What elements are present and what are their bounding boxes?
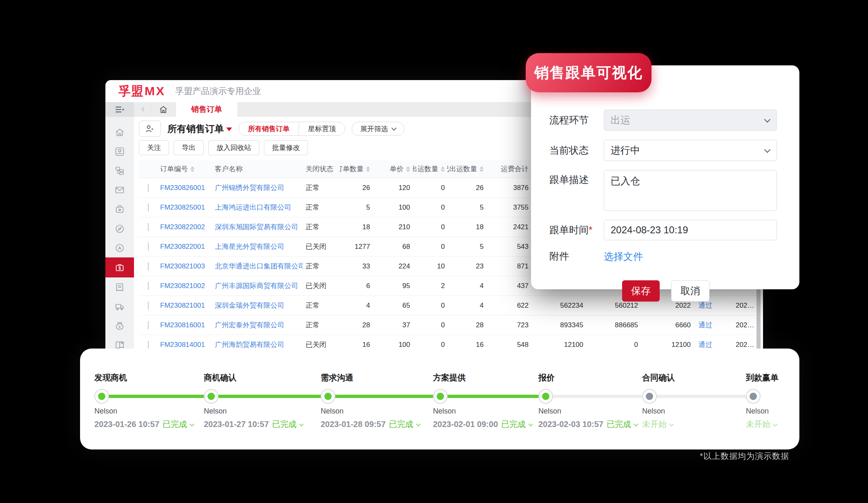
follow-button[interactable]: 关注 — [139, 140, 169, 155]
table-cell: 68 — [373, 243, 413, 251]
segment-all-orders[interactable]: 所有销售订单 — [239, 122, 299, 135]
row-checkbox[interactable] — [148, 321, 149, 329]
column-header: 运费合计 — [489, 164, 529, 174]
process-step-select[interactable]: 出运 — [604, 110, 777, 131]
segment-starred[interactable]: 星标置顶 — [299, 122, 345, 135]
stage-time: 2023-01-27 10:57 — [204, 420, 269, 429]
column-header[interactable]: 单价 — [375, 164, 410, 174]
expand-filter-button[interactable]: 展开筛选 — [352, 122, 404, 136]
description-textarea[interactable]: 已入仓 — [604, 170, 777, 211]
order-number-link[interactable]: FM230814001 — [158, 341, 212, 349]
table-cell: 3876 — [486, 184, 531, 192]
sidebar-item-assistant[interactable]: A — [105, 238, 134, 257]
table-cell: 622 — [486, 302, 531, 310]
sidebar-item-home[interactable] — [105, 123, 134, 142]
sidebar-item-products[interactable] — [105, 200, 134, 219]
sort-icon[interactable] — [366, 166, 370, 172]
table-cell: 12100 — [640, 341, 693, 349]
stage-owner: Nelson — [642, 407, 665, 416]
description-label: 跟单描述 — [549, 170, 604, 186]
stage-label: 合同确认 — [642, 372, 675, 383]
sidebar-item-shipping[interactable] — [105, 297, 134, 316]
home-button[interactable] — [151, 105, 176, 114]
approval-status-link[interactable]: 通过 — [693, 340, 718, 349]
cancel-button[interactable]: 取消 — [671, 280, 710, 302]
save-button[interactable]: 保存 — [622, 280, 660, 302]
stage-owner: Nelson — [321, 407, 344, 416]
table-row: FM230816001广州宏泰外贸有限公司正常28370287238933458… — [139, 315, 760, 335]
column-header[interactable]: 订单编号 — [160, 164, 210, 174]
customer-name: 上海鸿运进出口有限公司 — [212, 203, 303, 212]
order-number-link[interactable]: FM230821003 — [158, 262, 212, 271]
stage-status-dropdown[interactable]: 已完成 — [501, 419, 526, 430]
table-cell: 560212 — [586, 302, 640, 310]
chevron-down-icon — [669, 422, 674, 426]
column-header[interactable]: 已出运数量 — [450, 164, 484, 174]
stage-status-dropdown[interactable]: 已完成 — [272, 419, 297, 430]
order-number-link[interactable]: FM230822002 — [158, 223, 212, 231]
row-checkbox[interactable] — [148, 262, 149, 271]
sidebar-item-contacts[interactable] — [105, 142, 134, 161]
form-buttons: 保存 取消 — [622, 280, 799, 302]
form-row-process: 流程环节 出运 — [549, 110, 799, 131]
row-checkbox[interactable] — [148, 302, 149, 310]
stage-status-dropdown[interactable]: 已完成 — [163, 419, 187, 430]
order-number-link[interactable]: FM230826001 — [158, 184, 212, 192]
order-number-link[interactable]: FM230816001 — [158, 321, 212, 329]
sidebar-item-sales-orders[interactable]: $ — [105, 257, 134, 277]
order-number-link[interactable]: FM230821001 — [158, 302, 212, 310]
back-button[interactable]: ‹ — [134, 103, 150, 116]
table-cell: 33 — [340, 262, 373, 271]
view-title-dropdown[interactable]: 所有销售订单 — [167, 123, 232, 135]
tab-sales-order[interactable]: 销售订单 — [176, 102, 237, 117]
caret-down-icon — [226, 127, 232, 131]
approval-status-link[interactable]: 通过 — [693, 320, 718, 330]
stage-status-dropdown[interactable]: 已完成 — [389, 419, 413, 430]
row-checkbox[interactable] — [148, 223, 149, 231]
close-status: 正常 — [303, 320, 340, 330]
stage-status-dropdown[interactable]: 未开始 — [642, 419, 667, 430]
sidebar-item-finance[interactable]: ¥ — [105, 316, 134, 335]
sort-icon[interactable] — [190, 166, 194, 172]
table-cell: 6 — [340, 282, 373, 290]
current-status-select[interactable]: 进行中 — [604, 140, 777, 161]
stage-status-dropdown[interactable]: 未开始 — [746, 419, 770, 430]
choose-file-link[interactable]: 选择文件 — [604, 249, 777, 263]
row-checkbox[interactable] — [148, 341, 149, 349]
customer-name: 广州海韵贸易有限公司 — [212, 340, 303, 349]
sort-icon[interactable] — [406, 166, 410, 172]
recycle-bin-button[interactable]: 放入回收站 — [208, 140, 259, 155]
customer-name: 深圳金瑞外贸有限公司 — [212, 301, 303, 310]
column-header[interactable]: 订单数量 — [342, 164, 370, 174]
sidebar-item-receipts[interactable] — [105, 277, 134, 297]
batch-edit-button[interactable]: 批量修改 — [264, 140, 308, 155]
order-number-link[interactable]: FM230822001 — [158, 243, 212, 251]
owner-filter-button[interactable] — [139, 121, 161, 137]
table-cell: 2022 — [640, 302, 693, 310]
sidebar-item-mail[interactable] — [105, 181, 134, 200]
chevron-down-icon — [528, 422, 533, 426]
order-date: 2024-08-… — [718, 321, 760, 329]
close-status: 正常 — [303, 183, 340, 192]
row-checkbox[interactable] — [148, 282, 149, 290]
order-number-link[interactable]: FM230821002 — [158, 282, 212, 290]
sidebar-item-organization[interactable] — [105, 161, 134, 180]
row-checkbox[interactable] — [148, 203, 149, 212]
sort-icon[interactable] — [441, 166, 445, 172]
row-checkbox[interactable] — [148, 243, 149, 251]
column-header[interactable]: 未出运数量 — [415, 164, 445, 174]
export-button[interactable]: 导出 — [174, 140, 204, 155]
sidebar-item-discover[interactable] — [105, 219, 134, 238]
time-input[interactable]: 2024-08-23 10:19 — [604, 220, 777, 240]
table-cell: 893345 — [531, 321, 586, 329]
stage-status-dropdown[interactable]: 已完成 — [607, 419, 631, 430]
order-number-link[interactable]: FM230825001 — [158, 203, 212, 212]
row-checkbox[interactable] — [148, 184, 149, 192]
sidebar-collapse-button[interactable] — [105, 102, 134, 117]
app-logo: 孚盟MX — [118, 83, 165, 100]
table-cell: 871 — [486, 262, 531, 271]
sort-icon[interactable] — [480, 166, 484, 172]
timeline-connector — [211, 395, 328, 398]
table-cell: 23 — [447, 262, 486, 271]
approval-status-link[interactable]: 通过 — [693, 301, 718, 310]
